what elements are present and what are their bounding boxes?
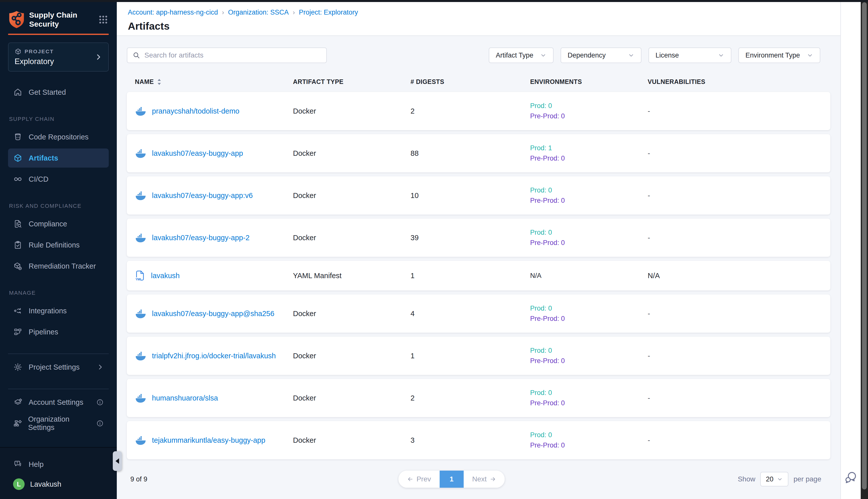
artifact-name-link[interactable]: humanshuarora/slsa [152,394,218,402]
sidebar-item-artifacts[interactable]: Artifacts [8,148,109,168]
preprod-count-link[interactable]: Pre-Prod: 0 [530,197,648,205]
preprod-count-link[interactable]: Pre-Prod: 0 [530,441,648,449]
table-row[interactable]: lavakush07/easy-buggy-app Docker 88 Prod… [127,134,830,172]
prod-count-link[interactable]: Prod: 0 [530,305,648,312]
table-row[interactable]: lavakush07/easy-buggy-app:v6 Docker 10 P… [127,177,830,215]
vertical-scrollbar[interactable] [861,0,868,499]
artifact-name-link[interactable]: trialpfv2hi.jfrog.io/docker-trial/lavaku… [152,352,276,360]
preprod-count-link[interactable]: Pre-Prod: 0 [530,315,648,322]
artifact-name-link[interactable]: pranaycshah/todolist-demo [152,107,239,115]
chevron-down-icon [777,476,783,482]
page-header: Account: app-harness-ng-cicd › Organizat… [117,0,840,36]
prod-count-link[interactable]: Prod: 0 [530,347,648,354]
pagination-bar: 9 of 9 Prev 1 Next [127,470,830,488]
page-size-control: Show 20 per page [737,472,821,486]
sidebar-item-code-repositories[interactable]: </> Code Repositories [8,127,109,146]
chevron-down-icon [540,52,546,59]
artifact-name-link[interactable]: tejakummarikuntla/easy-buggy-app [152,436,265,445]
preprod-count-link[interactable]: Pre-Prod: 0 [530,155,648,162]
integrations-icon [13,306,23,315]
current-page-button[interactable]: 1 [439,471,464,488]
sidebar-item-integrations[interactable]: Integrations [8,301,109,320]
artifact-type-cell: Docker [293,192,411,200]
sort-icon[interactable] [157,78,162,85]
sidebar-item-account-settings[interactable]: Account Settings [8,393,109,412]
table-row[interactable]: trialpfv2hi.jfrog.io/docker-trial/lavaku… [127,337,830,375]
sidebar-item-get-started[interactable]: Get Started [8,83,109,102]
breadcrumb: Account: app-harness-ng-cicd › Organizat… [128,9,829,16]
module-grid-icon[interactable] [98,15,108,25]
sidebar-item-cicd[interactable]: CI/CD [8,170,109,189]
table-row[interactable]: lavakush07/easy-buggy-app@sha256 Docker … [127,294,830,333]
preprod-count-link[interactable]: Pre-Prod: 0 [530,112,648,120]
prod-count-link[interactable]: Prod: 0 [530,229,648,236]
table-row[interactable]: YML lavakush YAML Manifest 1 N/A N/A [127,261,830,291]
docker-icon [135,148,146,158]
preprod-count-link[interactable]: Pre-Prod: 0 [530,399,648,407]
table-row[interactable]: tejakummarikuntla/easy-buggy-app Docker … [127,421,830,459]
column-name[interactable]: NAME [135,78,293,85]
table-row[interactable]: pranaycshah/todolist-demo Docker 2 Prod:… [127,92,830,130]
sidebar-collapse-handle[interactable] [113,451,122,471]
dependency-filter[interactable]: Dependency [561,48,642,63]
prod-count-link[interactable]: Prod: 1 [530,144,648,152]
prod-count-link[interactable]: Prod: 0 [530,431,648,439]
prev-page-button[interactable]: Prev [398,471,439,488]
vulnerabilities-cell: - [648,107,822,115]
docker-icon [135,106,146,116]
help-button[interactable]: ? Help [8,457,109,472]
artifact-name-link[interactable]: lavakush07/easy-buggy-app [152,149,243,158]
per-page-label: per page [793,475,821,483]
sidebar-item-remediation-tracker[interactable]: Remediation Tracker [8,257,109,276]
prod-count-link[interactable]: Prod: 0 [530,102,648,110]
license-filter[interactable]: License [648,48,731,63]
code-repository-icon: </> [13,132,23,142]
environments-cell: Prod: 0 Pre-Prod: 0 [530,347,648,365]
prod-count-link[interactable]: Prod: 0 [530,389,648,397]
app-root: Supply Chain Security [0,0,868,499]
sidebar-item-compliance[interactable]: Compliance [8,214,109,233]
preprod-count-link[interactable]: Pre-Prod: 0 [530,357,648,365]
chevron-right-icon [95,53,102,61]
prod-count-link[interactable]: Prod: 0 [530,186,648,194]
next-page-button[interactable]: Next [464,471,505,488]
vulnerabilities-cell: - [648,234,822,242]
artifact-name-link[interactable]: lavakush07/easy-buggy-app-2 [152,234,250,242]
right-rail [840,0,861,499]
breadcrumb-account-link[interactable]: Account: app-harness-ng-cicd [128,9,218,16]
table-row[interactable]: humanshuarora/slsa Docker 2 Prod: 0 Pre-… [127,379,830,417]
artifact-type-cell: Docker [293,149,411,158]
table-row[interactable]: lavakush07/easy-buggy-app-2 Docker 39 Pr… [127,219,830,257]
scrollbar-thumb[interactable] [862,2,867,489]
artifact-name-link[interactable]: lavakush [151,272,179,280]
artifact-type-cell: Docker [293,352,411,360]
svg-text:YML: YML [135,278,142,281]
sidebar-item-rule-definitions[interactable]: Rule Definitions [8,235,109,255]
info-icon[interactable] [96,419,104,427]
environments-cell: Prod: 0 Pre-Prod: 0 [530,389,648,407]
info-icon[interactable] [96,399,104,406]
sidebar-item-organization-settings[interactable]: Organization Settings [8,414,109,433]
search-input[interactable] [145,51,321,59]
sidebar-item-pipelines[interactable]: Pipelines [8,322,109,341]
artifact-type-filter[interactable]: Artifact Type [489,48,554,63]
sidebar-item-project-settings[interactable]: Project Settings [8,357,109,377]
preprod-count-link[interactable]: Pre-Prod: 0 [530,239,648,247]
environment-type-filter[interactable]: Environment Type [739,48,820,63]
docker-icon [135,351,146,361]
environments-cell: Prod: 0 Pre-Prod: 0 [530,305,648,322]
result-count: 9 of 9 [131,475,147,483]
project-selector[interactable]: PROJECT Exploratory [8,42,109,72]
user-name: Lavakush [30,480,61,488]
breadcrumb-project-link[interactable]: Project: Exploratory [299,9,358,16]
chat-assistant-button[interactable] [844,470,858,484]
vulnerabilities-cell: - [648,352,822,360]
artifact-name-link[interactable]: lavakush07/easy-buggy-app@sha256 [152,309,274,318]
vulnerabilities-cell: - [648,192,822,200]
column-artifact-type: ARTIFACT TYPE [293,78,411,85]
brand-accent-bar [8,34,109,35]
user-menu[interactable]: L Lavakush [8,472,109,491]
breadcrumb-organization-link[interactable]: Organization: SSCA [228,9,289,16]
per-page-select[interactable]: 20 [760,472,789,486]
artifact-name-link[interactable]: lavakush07/easy-buggy-app:v6 [152,192,253,200]
